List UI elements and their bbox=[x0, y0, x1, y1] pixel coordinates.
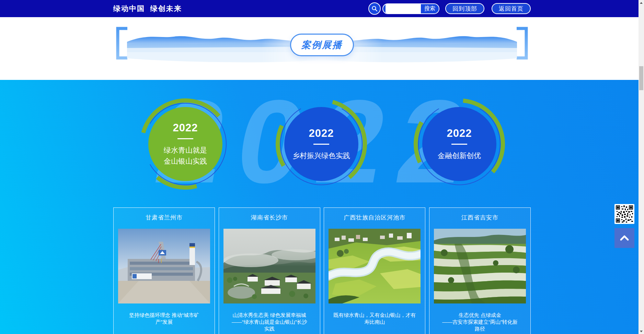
search-icon[interactable] bbox=[368, 2, 381, 15]
back-to-home-button[interactable]: 返回首页 bbox=[492, 3, 531, 14]
circle-year: 2022 bbox=[173, 122, 198, 134]
back-to-top-button[interactable]: 回到顶部 bbox=[445, 3, 484, 14]
case-card-lanzhou[interactable]: 甘肃省兰州市 bbox=[113, 207, 215, 334]
case-card-hechi[interactable]: 广西壮族自治区河池市 bbox=[324, 207, 425, 334]
case-cards: 甘肃省兰州市 bbox=[113, 207, 531, 334]
card-caption: 坚持绿色循环理念 推动“城市矿 产”发展 bbox=[114, 312, 215, 325]
card-city-title: 甘肃省兰州市 bbox=[114, 214, 215, 222]
search-button[interactable]: 搜索 bbox=[421, 4, 439, 13]
case-card-changsha[interactable]: 湖南省长沙市 bbox=[219, 207, 320, 334]
chevron-up-icon bbox=[620, 235, 629, 241]
winding-river-fields-photo bbox=[329, 229, 421, 303]
qr-code bbox=[614, 204, 634, 224]
misty-mountain-village-photo bbox=[223, 229, 315, 303]
card-city-title: 江西省吉安市 bbox=[429, 214, 530, 222]
navbar-right-group: 搜索 回到顶部 返回首页 bbox=[368, 2, 531, 15]
scrollbar-up-arrow-icon[interactable] bbox=[639, 0, 644, 5]
search-bar: 搜索 bbox=[382, 3, 439, 14]
corner-bracket-left bbox=[114, 27, 128, 60]
card-caption: 生态优先 点绿成金 ——吉安市探索建立“两山”转化新 路径 bbox=[429, 312, 530, 332]
vertical-scrollbar[interactable] bbox=[639, 0, 644, 334]
corner-bracket-right bbox=[516, 27, 530, 60]
theme-circle-green-mountains: 2022 绿水青山就是 金山银山实践 bbox=[140, 98, 231, 190]
top-navbar: 绿动中国 绿创未来 搜索 回到顶部 返回首页 bbox=[0, 0, 644, 17]
scrollbar-down-arrow-icon[interactable] bbox=[639, 329, 644, 334]
search-input[interactable] bbox=[386, 4, 421, 13]
circle-divider bbox=[177, 138, 193, 139]
case-showcase-banner: 案例展播 bbox=[0, 17, 644, 80]
card-caption: 既有绿水青山，又有金山银山，才有 寿比南山 bbox=[324, 312, 425, 325]
card-city-title: 广西壮族自治区河池市 bbox=[324, 214, 425, 222]
industrial-plant-photo bbox=[118, 229, 210, 303]
card-city-title: 湖南省长沙市 bbox=[219, 214, 320, 222]
scroll-to-top-button[interactable] bbox=[614, 228, 634, 248]
magnifier-glyph bbox=[371, 5, 378, 12]
circle-year: 2022 bbox=[309, 127, 334, 140]
circle-label: 金融创新创优 bbox=[438, 150, 481, 161]
theme-circle-rural-revitalization: 2022 乡村振兴绿色实践 bbox=[276, 98, 367, 190]
scrollbar-thumb[interactable] bbox=[639, 66, 643, 90]
circle-label: 乡村振兴绿色实践 bbox=[292, 150, 350, 161]
theme-circles: 2022 绿水青山就是 金山银山实践 2022 乡村振兴绿色实践 bbox=[113, 98, 531, 190]
case-card-jian[interactable]: 江西省吉安市 生态 bbox=[429, 207, 531, 334]
circle-year: 2022 bbox=[447, 127, 472, 140]
site-title: 绿动中国 绿创未来 bbox=[113, 4, 182, 13]
theme-circle-finance-innovation: 2022 金融创新创优 bbox=[414, 98, 505, 190]
showcase-section: 2022 2022 绿水青山就是 金山银山实践 bbox=[0, 80, 644, 334]
section-title: 案例展播 bbox=[290, 34, 354, 56]
circle-divider bbox=[451, 144, 467, 145]
card-caption: 山清水秀生态美 绿色发展幸福城 ——“绿水青山就是金山银山”长沙 实践 bbox=[219, 312, 320, 332]
terraced-fields-photo bbox=[434, 229, 526, 303]
circle-divider bbox=[313, 144, 329, 145]
circle-label: 绿水青山就是 金山银山实践 bbox=[164, 145, 207, 166]
